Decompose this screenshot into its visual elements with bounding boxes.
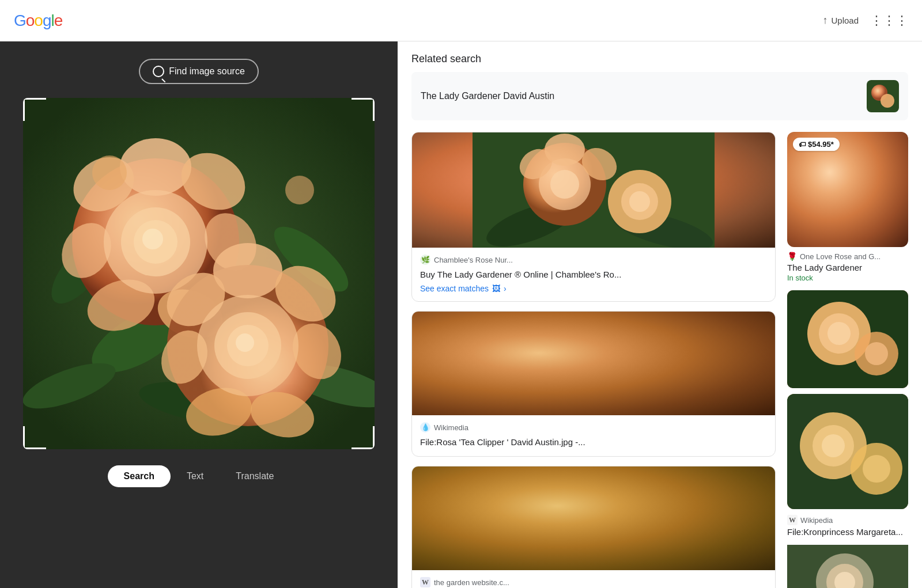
- onelove-source-name: One Love Rose and G...: [800, 252, 881, 261]
- results-right: 🏷 $54.95* 🌹 One Love Rose and G... The L…: [787, 132, 908, 588]
- bottom-tabs: Search Text Translate: [108, 465, 290, 487]
- google-logo[interactable]: Google: [14, 12, 62, 30]
- logo-o1: o: [26, 12, 35, 29]
- left-panel: Find image source: [0, 41, 398, 588]
- upload-label: Upload: [831, 16, 859, 25]
- svg-point-31: [236, 333, 254, 352]
- related-search-title: Related search: [411, 53, 908, 65]
- result-card-garden[interactable]: W the garden website.c... Amanda's Garde…: [411, 466, 776, 588]
- chamblee-source-name: Chamblee's Rose Nur...: [434, 256, 513, 264]
- wikimedia-favicon: 💧: [420, 422, 430, 433]
- garden-source-name: the garden website.c...: [434, 578, 509, 587]
- price-label: $54.95*: [808, 140, 834, 149]
- apps-icon[interactable]: ⋮⋮⋮: [870, 13, 908, 28]
- chamblee-title: Buy The Lady Gardener ® Online | Chamble…: [420, 268, 767, 280]
- chamblee-favicon: 🌿: [420, 255, 430, 265]
- mid-rose-svg-1: [787, 290, 908, 388]
- kronprincess-favicon: W: [787, 515, 798, 525]
- right-card-wikipedia-kronprincess[interactable]: W Wikipedia File:Kronprincess Margareta.…: [787, 394, 908, 537]
- result-image-chamblee: [412, 132, 775, 248]
- logo-o2: o: [34, 12, 43, 29]
- result-source-chamblee: 🌿 Chamblee's Rose Nur...: [420, 255, 767, 265]
- result-image-garden: [412, 466, 775, 570]
- find-image-label: Find image source: [169, 66, 245, 77]
- kronprincess-rose-svg: [787, 394, 908, 509]
- results-left: 🌿 Chamblee's Rose Nur... Buy The Lady Ga…: [411, 132, 776, 588]
- kronprincess-title: File:Kronprincess Margareta...: [787, 527, 908, 537]
- related-search-box[interactable]: The Lady Gardener David Austin: [411, 72, 908, 120]
- result-card-chamblee[interactable]: 🌿 Chamblee's Rose Nur... Buy The Lady Ga…: [411, 132, 776, 302]
- right-panel: Related search The Lady Gardener David A…: [398, 41, 922, 588]
- rose-thumb-img: [867, 80, 899, 112]
- extra-card-image: [787, 545, 908, 588]
- svg-point-36: [881, 94, 894, 108]
- find-image-source-button[interactable]: Find image source: [139, 59, 259, 84]
- extra-rose-svg: [787, 545, 908, 588]
- right-card-extra[interactable]: [787, 545, 908, 588]
- result-image-wikimedia: [412, 312, 775, 415]
- rose-image: [23, 98, 375, 449]
- svg-point-60: [863, 455, 890, 483]
- results-layout: 🌿 Chamblee's Rose Nur... Buy The Lady Ga…: [411, 132, 908, 588]
- related-search-section: Related search The Lady Gardener David A…: [411, 53, 908, 120]
- logo-g: G: [14, 12, 26, 29]
- svg-point-33: [285, 176, 314, 204]
- result-source-garden: W the garden website.c...: [420, 577, 767, 587]
- upload-button[interactable]: ↑ Upload: [822, 14, 859, 26]
- svg-point-58: [822, 434, 845, 457]
- wikimedia-source-name: Wikimedia: [434, 423, 468, 432]
- right-card-onelove[interactable]: 🏷 $54.95* 🌹 One Love Rose and G... The L…: [787, 132, 908, 282]
- right-image-onelove: 🏷 $54.95*: [787, 132, 908, 247]
- svg-point-19: [142, 229, 163, 249]
- mid-image-1: [787, 290, 908, 388]
- image-icon: 🖼: [492, 284, 500, 293]
- price-badge: 🏷 $54.95*: [793, 138, 840, 151]
- result-card-body-wikimedia: 💧 Wikimedia File:Rosa 'Tea Clipper ' Dav…: [412, 415, 775, 456]
- right-image-kronprincess: [787, 394, 908, 509]
- garden-favicon: W: [420, 577, 430, 587]
- card-rose-svg: [412, 132, 775, 248]
- related-search-thumb: [867, 80, 899, 112]
- svg-point-32: [92, 155, 127, 190]
- header-left: Google: [14, 12, 62, 30]
- right-card-source-kronprincess: W Wikipedia: [787, 515, 908, 525]
- lens-icon: [153, 66, 164, 77]
- see-exact-text: See exact matches: [420, 284, 489, 293]
- tag-icon: 🏷: [799, 141, 806, 149]
- header: Google ↑ Upload ⋮⋮⋮: [0, 0, 922, 41]
- related-search-text: The Lady Gardener David Austin: [421, 91, 860, 101]
- tab-search[interactable]: Search: [108, 465, 171, 487]
- onelove-favicon: 🌹: [787, 252, 797, 261]
- onelove-title: The Lady Gardener: [787, 263, 908, 272]
- in-stock-label: In stock: [787, 274, 908, 282]
- tab-text[interactable]: Text: [171, 465, 220, 487]
- right-card-source-onelove: 🌹 One Love Rose and G...: [787, 252, 908, 261]
- main-layout: Find image source: [0, 41, 922, 588]
- logo-e: e: [54, 12, 63, 29]
- result-card-body-chamblee: 🌿 Chamblee's Rose Nur... Buy The Lady Ga…: [412, 248, 775, 301]
- tab-translate[interactable]: Translate: [220, 465, 290, 487]
- logo-g2: g: [43, 12, 51, 29]
- upload-icon: ↑: [822, 14, 827, 26]
- svg-point-54: [865, 342, 888, 365]
- header-right: ↑ Upload ⋮⋮⋮: [822, 13, 908, 28]
- uploaded-image-container: [23, 98, 375, 449]
- result-card-body-garden: W the garden website.c... Amanda's Garde…: [412, 570, 775, 588]
- chevron-right-icon: ›: [504, 284, 507, 293]
- svg-point-42: [550, 170, 579, 199]
- kronprincess-source-name: Wikipedia: [800, 516, 833, 525]
- result-card-wikimedia[interactable]: 💧 Wikimedia File:Rosa 'Tea Clipper ' Dav…: [411, 311, 776, 457]
- wikimedia-title: File:Rosa 'Tea Clipper ' David Austin.jp…: [420, 436, 767, 448]
- svg-point-48: [629, 191, 650, 212]
- result-source-wikimedia: 💧 Wikimedia: [420, 422, 767, 433]
- svg-point-52: [827, 322, 851, 345]
- see-exact-matches-link[interactable]: See exact matches 🖼 ›: [420, 284, 767, 293]
